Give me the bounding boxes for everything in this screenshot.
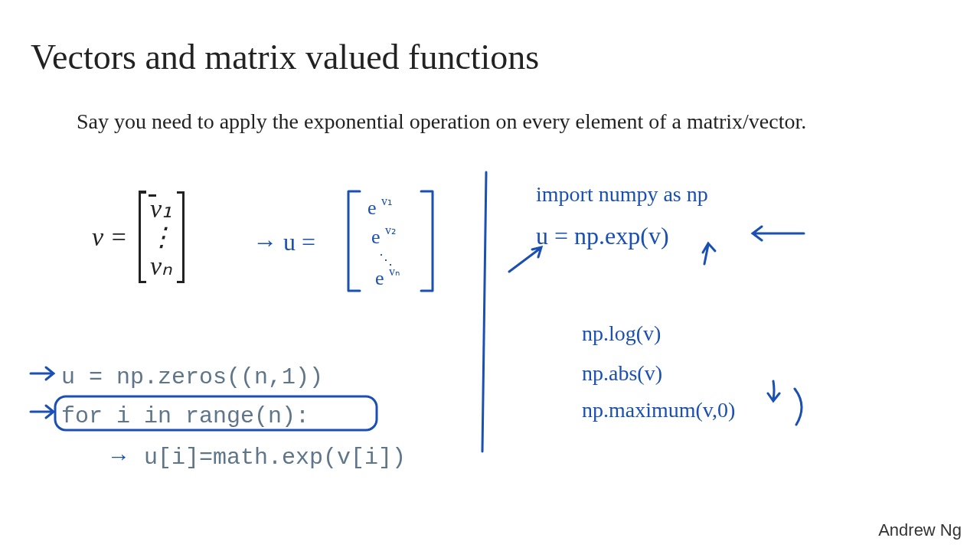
slide-title: Vectors and matrix valued functions <box>31 37 539 77</box>
vector-row-1: v₁ <box>149 194 175 223</box>
code-line-3: → u[i]=math.exp(v[i]) <box>61 436 406 478</box>
hw-arrow-u-equals: → u = <box>253 228 315 256</box>
svg-text:vₙ: vₙ <box>389 265 400 278</box>
svg-text:⋱: ⋱ <box>379 252 393 267</box>
vector-definition: v = v₁ ⋮ vₙ <box>92 191 185 283</box>
loop-code-block: u = np.zeros((n,1)) for i in range(n): →… <box>61 358 406 478</box>
hw-np-exp: u = np.exp(v) <box>536 222 669 250</box>
vector-lhs: v = <box>92 223 128 252</box>
hw-np-maximum: np.maximum(v,0) <box>582 398 735 422</box>
svg-text:e: e <box>371 226 381 248</box>
svg-text:e: e <box>375 267 384 289</box>
code-line-2: for i in range(n): <box>61 397 406 436</box>
vector-row-n: vₙ <box>149 252 175 280</box>
code-line-3-text: u[i]=math.exp(v[i]) <box>144 445 406 471</box>
author-credit: Andrew Ng <box>878 520 962 540</box>
svg-text:v₂: v₂ <box>385 223 396 236</box>
hw-np-abs: np.abs(v) <box>582 361 662 386</box>
arrow-icon: → <box>107 443 130 468</box>
code-line-1: u = np.zeros((n,1)) <box>61 358 406 397</box>
hw-np-log: np.log(v) <box>582 321 661 346</box>
vector-row-dots: ⋮ <box>149 223 175 251</box>
vector-bracket: v₁ ⋮ vₙ <box>139 191 185 283</box>
hw-import-numpy: import numpy as np <box>536 182 708 207</box>
slide-subtitle: Say you need to apply the exponential op… <box>77 107 880 136</box>
svg-text:e: e <box>368 197 377 219</box>
svg-text:v₁: v₁ <box>381 194 392 207</box>
